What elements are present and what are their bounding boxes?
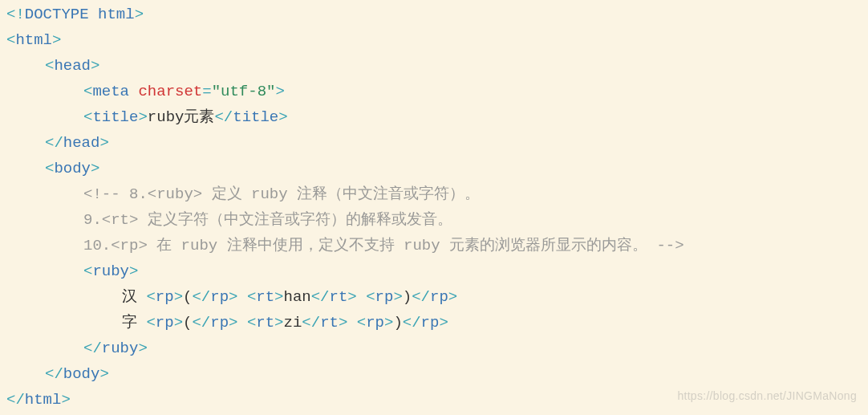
code-line: <!DOCTYPE html> — [6, 2, 868, 27]
tag-bracket: > — [99, 134, 108, 152]
comment-line: 8.<ruby> 定义 ruby 注释（中文注音或字符）。 — [129, 185, 480, 203]
tag-bracket: < — [83, 262, 92, 280]
tag-rt: rt — [256, 288, 274, 306]
comment-line: 9.<rt> 定义字符（中文注音或字符）的解释或发音。 — [83, 211, 452, 229]
comment-open: <!-- — [83, 185, 129, 203]
tag-bracket: > — [61, 391, 70, 409]
tag-bracket: < — [6, 31, 15, 49]
ruby-char: 字 — [122, 314, 146, 332]
code-line: <!-- 8.<ruby> 定义 ruby 注释（中文注音或字符）。 — [6, 181, 868, 207]
code-line: <head> — [6, 53, 868, 79]
comment-close: --> — [656, 237, 683, 254]
tag-html: html — [15, 31, 52, 49]
tag-bracket: < — [83, 108, 92, 126]
tag-rt: rt — [330, 288, 348, 306]
tag-bracket: > — [138, 108, 147, 126]
code-editor: <!DOCTYPE html> <html> <head> <meta char… — [0, 0, 868, 415]
code-line: </ruby> — [6, 336, 868, 361]
tag-bracket: > — [138, 340, 147, 357]
tag-bracket: > — [52, 31, 61, 49]
code-line: 9.<rt> 定义字符（中文注音或字符）的解释或发音。 — [6, 207, 868, 233]
tag-bracket: > — [278, 108, 287, 126]
tag-ruby: ruby — [92, 262, 129, 280]
tag-bracket: </ — [6, 391, 25, 409]
code-line: <title>ruby元素</title> — [6, 104, 868, 130]
tag-rp: rp — [156, 288, 174, 306]
tag-bracket: < — [45, 160, 54, 177]
attr-charset: charset — [138, 83, 202, 100]
tag-bracket: <! — [6, 6, 25, 23]
code-line: </head> — [6, 130, 868, 156]
code-line: 字 <rp>(</rp> <rt>zi</rt> <rp>)</rp> — [6, 310, 868, 336]
rt-text: han — [284, 288, 311, 306]
code-line: 汉 <rp>(</rp> <rt>han</rt> <rp>)</rp> — [6, 284, 868, 310]
tag-html: html — [25, 391, 62, 409]
tag-bracket: > — [129, 262, 138, 280]
attr-value: utf-8 — [221, 83, 266, 100]
tag-bracket: </ — [45, 365, 63, 383]
code-line: <html> — [6, 27, 868, 53]
tag-bracket: </ — [83, 340, 102, 357]
tag-rp: rp — [430, 288, 448, 306]
tag-head: head — [54, 57, 91, 75]
tag-ruby: ruby — [102, 340, 139, 357]
rt-text: zi — [284, 314, 302, 332]
code-line: <meta charset="utf-8"> — [6, 79, 868, 104]
tag-rt: rt — [256, 314, 274, 332]
tag-rp: rp — [366, 314, 384, 332]
tag-bracket: > — [91, 160, 99, 177]
tag-bracket: > — [91, 57, 99, 75]
tag-title: title — [92, 108, 138, 126]
tag-title: title — [233, 108, 278, 126]
doctype: DOCTYPE html — [25, 6, 135, 23]
tag-meta: meta — [92, 83, 129, 100]
tag-rp: rp — [210, 314, 229, 332]
tag-bracket: < — [83, 83, 92, 100]
tag-rt: rt — [320, 314, 339, 332]
code-line: <ruby> — [6, 258, 868, 284]
code-line: <body> — [6, 156, 868, 181]
tag-rp: rp — [375, 288, 394, 306]
tag-body: body — [54, 160, 91, 177]
tag-rp: rp — [421, 314, 440, 332]
tag-bracket: > — [99, 365, 108, 383]
tag-bracket: </ — [45, 134, 63, 152]
tag-bracket: > — [275, 83, 284, 100]
code-line: 10.<rp> 在 ruby 注释中使用，定义不支持 ruby 元素的浏览器所显… — [6, 233, 868, 258]
tag-rp: rp — [210, 288, 229, 306]
tag-bracket: </ — [214, 108, 233, 126]
ruby-char: 汉 — [122, 288, 146, 306]
title-text: ruby元素 — [148, 108, 215, 126]
tag-body: body — [63, 365, 100, 383]
tag-bracket: < — [45, 57, 54, 75]
tag-bracket: > — [135, 6, 144, 23]
comment-line: 10.<rp> 在 ruby 注释中使用，定义不支持 ruby 元素的浏览器所显… — [83, 237, 656, 254]
tag-rp: rp — [156, 314, 174, 332]
watermark: https://blog.csdn.net/JINGMaNong — [677, 383, 857, 409]
tag-head: head — [63, 134, 100, 152]
